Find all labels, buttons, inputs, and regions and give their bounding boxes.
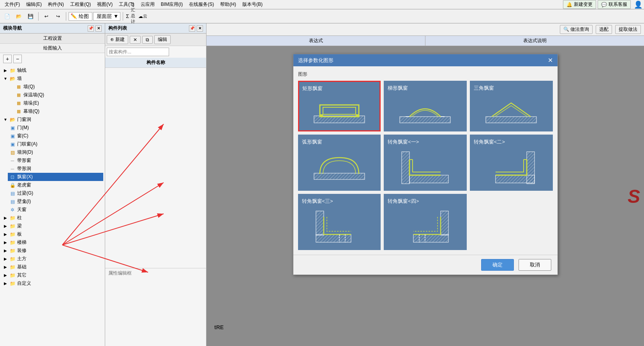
menu-version[interactable]: 版本号(B) xyxy=(239,0,266,9)
tree-item-niche[interactable]: ▤ 壁龛(I) xyxy=(8,197,103,206)
edit-comp-btn[interactable]: 编辑 xyxy=(154,35,171,44)
tree-item-lintel[interactable]: ▤ 过梁(G) xyxy=(8,189,103,197)
svg-rect-11 xyxy=(486,117,536,123)
tree-label-window: 窗(C) xyxy=(17,133,28,139)
expr-col2-header: 表达式说明 xyxy=(425,36,644,46)
shape-rect-bay[interactable]: 矩形飘窗 xyxy=(298,81,381,131)
tree-item-column[interactable]: ▶ 柱 xyxy=(2,214,103,222)
menu-quantity[interactable]: 工程量(Q) xyxy=(67,0,94,9)
tree-item-wall[interactable]: 墙(Q) xyxy=(8,83,103,91)
remove-nav-btn[interactable]: − xyxy=(13,55,22,63)
tree-item-wall-hole[interactable]: ▨ 墙洞(D) xyxy=(8,148,103,156)
tree-item-slab[interactable]: ▶ 板 xyxy=(2,230,103,238)
tree-item-decoration[interactable]: ▶ 装修 xyxy=(2,247,103,255)
wall-insulation-icon xyxy=(16,92,22,98)
dialog-close-btn[interactable]: ✕ xyxy=(548,57,553,64)
nav-panel-title: 模块导航 xyxy=(3,25,22,32)
menu-online[interactable]: 在线服务(S) xyxy=(186,0,217,9)
menu-help[interactable]: 帮助(H) xyxy=(217,0,239,9)
tree-item-other[interactable]: ▶ 其它 xyxy=(2,271,103,279)
floor-select-btn[interactable]: 屋面层 ▼ xyxy=(93,12,120,21)
tree-item-doorwin-group[interactable]: ▼ 门窗洞 xyxy=(2,115,103,124)
tree-item-dormer[interactable]: 🔒 老虎窗 xyxy=(8,181,103,189)
curtain-wall-icon xyxy=(16,108,22,115)
strip-hole-icon: ─ xyxy=(9,166,16,172)
dialog-confirm-btn[interactable]: 确定 xyxy=(481,259,514,271)
tree-item-wall-group[interactable]: ▼ 墙 xyxy=(2,75,103,83)
shape-trap-bay[interactable]: 梯形飘窗 xyxy=(384,81,467,131)
redo-btn[interactable]: ↪ xyxy=(53,11,64,22)
tree-label-wall-pier: 墙垛(E) xyxy=(23,100,39,106)
tree-item-skylight[interactable]: ✲ 天窗 xyxy=(8,206,103,214)
svg-rect-4 xyxy=(320,114,323,117)
menu-component[interactable]: 构件(N) xyxy=(45,0,67,9)
comp-search-input[interactable] xyxy=(107,48,169,56)
shape-corner-bay2[interactable]: 转角飘窗<二> xyxy=(470,135,553,191)
tree-item-foundation[interactable]: ▶ 基础 xyxy=(2,263,103,271)
shape-diagram-rect xyxy=(302,94,377,127)
undo-btn[interactable]: ↩ xyxy=(41,11,52,22)
comp-pin-btn[interactable]: 📌 xyxy=(189,25,195,32)
contact-icon: 💬 xyxy=(601,2,607,7)
tree-item-beam[interactable]: ▶ 梁 xyxy=(2,222,103,230)
new-file-btn[interactable]: 📄 xyxy=(2,11,12,22)
tree-item-strip-window[interactable]: ─ 带形窗 xyxy=(8,156,103,165)
open-file-btn[interactable]: 📂 xyxy=(13,11,24,22)
menu-cloud[interactable]: 云应用 xyxy=(138,0,158,9)
add-nav-btn[interactable]: + xyxy=(3,55,12,63)
expand-icon-wall: ▼ xyxy=(3,76,8,81)
shape-arc-bay[interactable]: 弧形飘窗 xyxy=(298,135,381,191)
tree-item-strip-hole[interactable]: ─ 带形洞 xyxy=(8,165,103,173)
tree-label-beam: 梁 xyxy=(17,223,22,229)
propose-btn[interactable]: 提取做法 xyxy=(615,25,641,34)
shape-corner-bay4[interactable]: 转角飘窗<四> xyxy=(384,194,467,250)
nav-section-drawing[interactable]: 绘图输入 xyxy=(0,44,105,53)
tree-item-axis[interactable]: ▶ 轴线 xyxy=(2,66,103,75)
nav-section-engineering[interactable]: 工程设置 xyxy=(0,34,105,44)
cloud-btn[interactable]: ☁ 云 xyxy=(137,11,148,22)
dialog-cancel-btn[interactable]: 取消 xyxy=(519,259,551,271)
copy-comp-btn[interactable]: ⧉ xyxy=(142,36,153,44)
sum-calc-btn[interactable]: Σ Σ 汇总计算 xyxy=(125,11,136,22)
tree-item-custom[interactable]: ▶ 自定义 xyxy=(2,279,103,287)
user-avatar[interactable]: 👤 xyxy=(634,0,642,9)
tree-item-bay-window[interactable]: ⊡ 飘窗(X) xyxy=(8,173,103,181)
tree-label-door: 门(M) xyxy=(17,124,29,131)
new-comp-btn[interactable]: ⊕ 新建 xyxy=(107,35,128,44)
svg-rect-7 xyxy=(400,117,450,123)
shape-label-tri: 三角飘窗 xyxy=(474,85,549,92)
folder-icon-foundation xyxy=(9,264,16,270)
draw-mode-btn[interactable]: ✏️ 绘图 xyxy=(69,12,92,21)
tree-item-curtain-wall[interactable]: 幕墙(Q) xyxy=(8,107,103,115)
main-toolbar: 📄 📂 💾 ↩ ↪ ✏️ 绘图 屋面层 ▼ Σ Σ 汇总计算 ☁ 云 xyxy=(0,9,644,23)
tree-item-wall-pier[interactable]: 墙垛(E) xyxy=(8,99,103,107)
nav-pin-btn[interactable]: 📌 xyxy=(88,25,94,32)
lintel-icon: ▤ xyxy=(9,190,16,197)
shape-corner-bay3[interactable]: 转角飘窗<三> xyxy=(298,194,381,250)
tree-item-door[interactable]: ▣ 门(M) xyxy=(8,124,103,132)
save-file-btn[interactable]: 💾 xyxy=(25,11,36,22)
new-change-button[interactable]: 🔔 新建变更 xyxy=(563,0,596,9)
match-btn[interactable]: 选配 xyxy=(596,25,612,34)
shape-tri-bay[interactable]: 三角飘窗 xyxy=(470,81,553,131)
shape-label-corner4: 转角飘窗<四> xyxy=(388,198,463,205)
undo-icon: ↩ xyxy=(44,14,48,19)
menu-view[interactable]: 视图(V) xyxy=(94,0,116,9)
menu-edit[interactable]: 编辑(E) xyxy=(23,0,45,9)
contact-button[interactable]: 💬 联系客服 xyxy=(598,0,631,9)
menu-bim[interactable]: BIM应用(I) xyxy=(158,0,186,9)
cloud-icon: ☁ xyxy=(138,14,143,19)
tree-item-insulation-wall[interactable]: 保温墙(Q) xyxy=(8,91,103,99)
tree-item-earthwork[interactable]: ▶ 土方 xyxy=(2,255,103,263)
nav-close-btn[interactable]: ✕ xyxy=(95,25,102,32)
comp-close-btn[interactable]: ✕ xyxy=(197,25,203,32)
tree-item-door-window[interactable]: ▣ 门联窗(A) xyxy=(8,140,103,148)
tree-item-stair[interactable]: ▶ 楼梯 xyxy=(2,238,103,247)
redo-icon: ↪ xyxy=(56,14,60,19)
menu-file[interactable]: 文件(F) xyxy=(2,0,23,9)
shape-corner-bay1[interactable]: 转角飘窗<一> xyxy=(384,135,467,191)
new-change-icon: 🔔 xyxy=(566,2,572,7)
tree-item-window[interactable]: ▣ 窗(C) xyxy=(8,132,103,140)
query-btn[interactable]: 🔍 做法查询 xyxy=(560,25,593,34)
delete-comp-btn[interactable]: ✕ xyxy=(130,36,141,44)
